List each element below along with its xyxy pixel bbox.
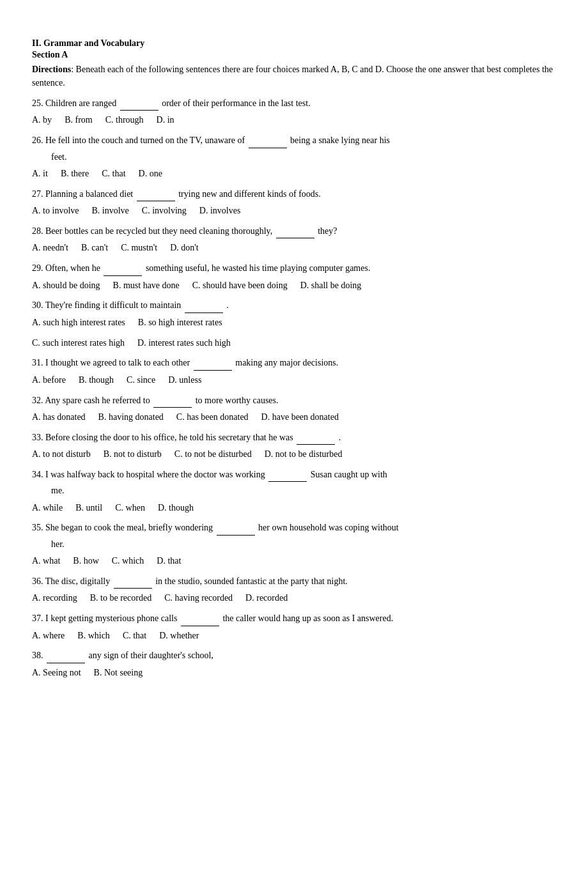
q26-rest: being a snake lying near his bbox=[290, 135, 390, 145]
q34-blank bbox=[268, 467, 307, 482]
question-32: 32. Any spare cash he referred to to mor… bbox=[32, 393, 556, 425]
q30-rest: . bbox=[226, 300, 229, 310]
q36-optC: C. having recorded bbox=[164, 590, 233, 606]
q25-options: A. by B. from C. through D. in bbox=[32, 112, 556, 128]
question-31: 31. I thought we agreed to talk to each … bbox=[32, 355, 556, 387]
q35-rest: her own household was coping without bbox=[258, 523, 399, 532]
q29-optC: C. should have been doing bbox=[192, 278, 288, 293]
q33-optC: C. to not be disturbed bbox=[174, 447, 252, 462]
q34-cont: me. bbox=[51, 486, 65, 495]
question-26: 26. He fell into the couch and turned on… bbox=[32, 133, 556, 181]
question-34: 34. I was halfway back to hospital where… bbox=[32, 467, 556, 516]
q25-optA: A. by bbox=[32, 112, 52, 128]
q28-rest: they? bbox=[318, 226, 337, 236]
q29-options: A. should be doing B. must have done C. … bbox=[32, 278, 556, 293]
q32-optD: D. have been donated bbox=[261, 410, 339, 425]
q36-optD: D. recorded bbox=[245, 590, 288, 606]
q37-text: 37. I kept getting mysterious phone call… bbox=[32, 613, 177, 623]
q27-text: 27. Planning a balanced diet bbox=[32, 189, 133, 199]
q26-optA: A. it bbox=[32, 166, 48, 181]
q37-optA: A. where bbox=[32, 628, 65, 644]
directions-label: Directions bbox=[32, 65, 71, 74]
q29-optD: D. shall be doing bbox=[300, 278, 362, 293]
q32-options: A. has donated B. having donated C. has … bbox=[32, 410, 556, 425]
q38-optA: A. Seeing not bbox=[32, 665, 81, 681]
directions-text: : Beneath each of the following sentence… bbox=[32, 65, 553, 88]
q35-optC: C. which bbox=[112, 553, 144, 569]
q33-rest: . bbox=[339, 433, 341, 442]
q29-optB: B. must have done bbox=[113, 278, 180, 293]
q35-optB: B. how bbox=[73, 553, 98, 569]
q31-optA: A. before bbox=[32, 373, 66, 388]
q38-rest: any sign of their daughter's school, bbox=[89, 651, 213, 660]
q37-optC: C. that bbox=[123, 628, 146, 644]
q25-optB: B. from bbox=[65, 112, 93, 128]
q25-blank bbox=[120, 96, 159, 111]
q28-blank bbox=[276, 224, 314, 238]
q27-optC: C. involving bbox=[142, 203, 187, 219]
q28-optB: B. can't bbox=[81, 240, 108, 256]
q33-optD: D. not to be disturbed bbox=[265, 447, 343, 462]
q37-optD: D. whether bbox=[159, 628, 199, 644]
q30-blank bbox=[185, 298, 223, 312]
q30-options-line1: A. such high interest rates B. so high i… bbox=[32, 315, 556, 330]
q32-text: 32. Any spare cash he referred to bbox=[32, 396, 150, 405]
question-33: 33. Before closing the door to his offic… bbox=[32, 430, 556, 462]
q28-optD: D. don't bbox=[170, 240, 199, 256]
q30-text: 30. They're finding it difficult to main… bbox=[32, 300, 181, 310]
q32-blank bbox=[153, 393, 192, 408]
q37-optB: B. which bbox=[77, 628, 110, 644]
q34-text: 34. I was halfway back to hospital where… bbox=[32, 470, 265, 479]
q38-blank bbox=[47, 648, 85, 663]
q33-options: A. to not disturb B. not to disturb C. t… bbox=[32, 447, 556, 462]
q34-optA: A. while bbox=[32, 500, 63, 516]
q32-optB: B. having donated bbox=[98, 410, 164, 425]
q26-cont: feet. bbox=[51, 152, 66, 162]
q27-rest: trying new and different kinds of foods. bbox=[178, 189, 321, 199]
q31-optB: B. though bbox=[79, 373, 114, 388]
q30-options-line2: C. such interest rates high D. interest … bbox=[32, 336, 556, 351]
q34-options: A. while B. until C. when D. though bbox=[32, 500, 556, 516]
q28-options: A. needn't B. can't C. mustn't D. don't bbox=[32, 240, 556, 256]
q33-blank bbox=[297, 430, 335, 445]
q34-optD: D. though bbox=[158, 500, 194, 516]
question-36: 36. The disc, digitally in the studio, s… bbox=[32, 574, 556, 606]
q37-blank bbox=[181, 611, 219, 626]
q32-optA: A. has donated bbox=[32, 410, 86, 425]
q28-optC: C. mustn't bbox=[121, 240, 157, 256]
q26-optD: D. one bbox=[139, 166, 162, 181]
q26-optC: C. that bbox=[102, 166, 125, 181]
q31-optC: C. since bbox=[127, 373, 155, 388]
q36-optB: B. to be recorded bbox=[90, 590, 151, 606]
q33-optB: B. not to disturb bbox=[104, 447, 162, 462]
question-28: 28. Beer bottles can be recycled but the… bbox=[32, 224, 556, 256]
question-30: 30. They're finding it difficult to main… bbox=[32, 298, 556, 350]
q33-optA: A. to not disturb bbox=[32, 447, 91, 462]
q25-rest: order of their performance in the last t… bbox=[162, 98, 310, 108]
q27-optA: A. to involve bbox=[32, 203, 79, 219]
question-29: 29. Often, when he something useful, he … bbox=[32, 261, 556, 293]
q32-rest: to more worthy causes. bbox=[196, 396, 279, 405]
q34-rest: Susan caught up with bbox=[311, 470, 387, 479]
section-sub: Section A bbox=[32, 50, 556, 60]
q25-number: 25. Children are ranged bbox=[32, 98, 116, 108]
q35-optD: D. that bbox=[157, 553, 181, 569]
question-25: 25. Children are ranged order of their p… bbox=[32, 96, 556, 128]
question-37: 37. I kept getting mysterious phone call… bbox=[32, 611, 556, 643]
q36-options: A. recording B. to be recorded C. having… bbox=[32, 590, 556, 606]
q25-optC: C. through bbox=[105, 112, 144, 128]
q29-rest: something useful, he wasted his time pla… bbox=[146, 263, 370, 273]
q35-blank bbox=[217, 520, 255, 535]
q31-text: 31. I thought we agreed to talk to each … bbox=[32, 358, 190, 367]
page-container: II. Grammar and Vocabulary Section A Dir… bbox=[32, 38, 556, 681]
directions: Directions: Beneath each of the followin… bbox=[32, 63, 556, 89]
q27-optB: B. involve bbox=[92, 203, 129, 219]
q35-cont: her. bbox=[51, 539, 65, 549]
q31-optD: D. unless bbox=[168, 373, 201, 388]
q36-optA: A. recording bbox=[32, 590, 77, 606]
q34-optC: C. when bbox=[115, 500, 145, 516]
q28-text: 28. Beer bottles can be recycled but the… bbox=[32, 226, 272, 236]
q35-text: 35. She began to cook the meal, briefly … bbox=[32, 523, 213, 532]
q35-optA: A. what bbox=[32, 553, 60, 569]
q29-text: 29. Often, when he bbox=[32, 263, 100, 273]
